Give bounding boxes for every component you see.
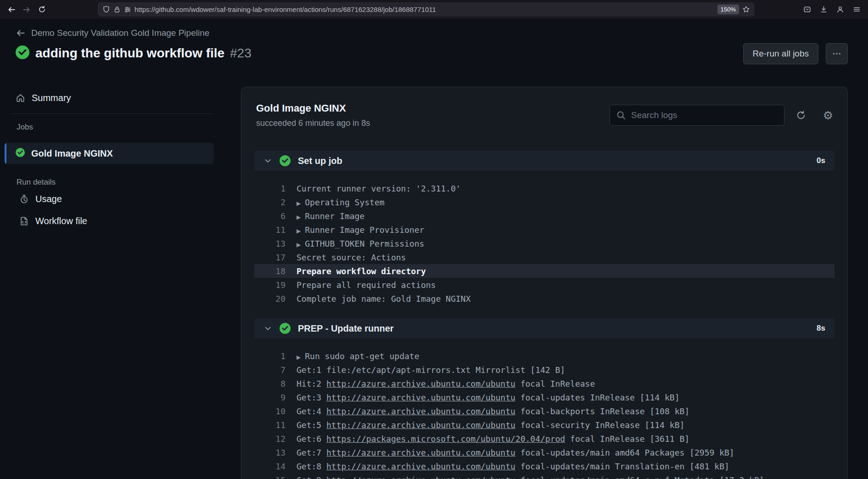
- log-url-link[interactable]: https://packages.microsoft.com/ubuntu/20…: [326, 434, 565, 444]
- lock-icon[interactable]: [113, 6, 121, 13]
- log-line-number[interactable]: 14: [254, 462, 286, 471]
- log-line-row: 18Prepare workflow directory: [254, 264, 834, 278]
- log-line-number[interactable]: 1: [254, 351, 286, 361]
- log-line-number[interactable]: 11: [254, 225, 286, 235]
- chevron-down-icon[interactable]: [263, 324, 272, 333]
- log-line-number[interactable]: 6: [254, 211, 286, 221]
- log-line-row: 11Get:5 http://azure.archive.ubuntu.com/…: [254, 418, 834, 432]
- log-line-number[interactable]: 19: [254, 280, 286, 290]
- reload-icon: [38, 6, 46, 13]
- sidebar-item-usage[interactable]: Usage: [19, 189, 62, 209]
- log-line-text: ▶GITHUB_TOKEN Permissions: [297, 239, 424, 248]
- log-line-number[interactable]: 1: [254, 184, 286, 193]
- sidebar-item-summary[interactable]: Summary: [16, 88, 71, 108]
- browser-reload-button[interactable]: [35, 3, 49, 17]
- log-text-segment: focal-security InRelease [114 kB]: [515, 420, 684, 430]
- permissions-sliders-icon[interactable]: [124, 6, 131, 13]
- log-line-number[interactable]: 2: [254, 197, 286, 207]
- expand-triangle-icon[interactable]: ▶: [297, 242, 301, 248]
- chevron-down-icon[interactable]: [263, 157, 272, 165]
- browser-back-button[interactable]: [5, 3, 18, 17]
- log-group-header[interactable]: PREP - Update runner8s: [254, 318, 834, 338]
- back-arrow-icon[interactable]: [16, 28, 26, 38]
- log-line-number[interactable]: 9: [254, 393, 286, 402]
- log-line-number[interactable]: 11: [254, 420, 286, 430]
- url-text[interactable]: https://github.com/wdower/saf-training-l…: [134, 6, 714, 13]
- pocket-icon: [803, 6, 811, 13]
- sidebar-summary-label: Summary: [32, 93, 71, 103]
- log-group-title: PREP - Update runner: [298, 323, 394, 334]
- log-text-segment: focal-updates/main amd64 Packages [2959 …: [515, 448, 734, 457]
- more-options-button[interactable]: [826, 43, 848, 64]
- log-text-segment: focal-updates InRelease [114 kB]: [515, 393, 680, 402]
- tracking-protection-shield-icon[interactable]: [102, 6, 110, 13]
- downloads-button[interactable]: [817, 3, 830, 17]
- rerun-all-jobs-button[interactable]: Re-run all jobs: [743, 43, 819, 64]
- expand-triangle-icon[interactable]: ▶: [297, 354, 301, 361]
- log-line-text: Get:9 http://azure.archive.ubuntu.com/ub…: [297, 475, 764, 479]
- log-url-link[interactable]: http://azure.archive.ubuntu.com/ubuntu: [326, 462, 515, 471]
- expand-triangle-icon[interactable]: ▶: [297, 214, 301, 220]
- log-line-row: 13▶GITHUB_TOKEN Permissions: [254, 237, 834, 250]
- log-line-number[interactable]: 7: [254, 365, 286, 375]
- download-icon: [820, 6, 828, 13]
- log-line-row: 9Get:3 http://azure.archive.ubuntu.com/u…: [254, 390, 834, 404]
- stopwatch-icon: [19, 194, 29, 204]
- log-line-number[interactable]: 20: [254, 294, 286, 304]
- log-line-text: ▶Run sudo apt-get update: [297, 351, 419, 361]
- log-group-duration: 8s: [817, 324, 825, 333]
- browser-forward-button[interactable]: [20, 3, 34, 17]
- log-line-row: 12Get:6 https://packages.microsoft.com/u…: [254, 432, 834, 445]
- log-text-segment: Get:7: [297, 448, 326, 457]
- log-line-text: Complete job name: Gold Image NGINX: [297, 294, 470, 304]
- github-actions-run-page: Demo Security Validation Gold Image Pipe…: [0, 19, 868, 479]
- log-line-number[interactable]: 12: [254, 434, 286, 444]
- log-group-duration: 0s: [817, 156, 825, 165]
- workflow-name-link[interactable]: Demo Security Validation Gold Image Pipe…: [31, 28, 209, 38]
- sidebar-item-workflow-file[interactable]: Workflow file: [19, 211, 87, 231]
- log-url-link[interactable]: http://azure.archive.ubuntu.com/ubuntu: [326, 406, 515, 416]
- log-panel-header: Gold Image NGINX succeeded 6 minutes ago…: [241, 87, 847, 138]
- log-text-segment: Get:6: [297, 434, 326, 444]
- log-url-link[interactable]: http://azure.archive.ubuntu.com/ubuntu: [326, 379, 515, 389]
- zoom-level-badge[interactable]: 150%: [717, 5, 739, 14]
- bookmark-star-icon[interactable]: [742, 6, 750, 13]
- sidebar-item-job-gold-image-nginx[interactable]: Gold Image NGINX: [5, 143, 214, 164]
- log-url-link[interactable]: http://azure.archive.ubuntu.com/ubuntu: [326, 448, 515, 457]
- log-line-number[interactable]: 10: [254, 406, 286, 416]
- log-url-link[interactable]: http://azure.archive.ubuntu.com/ubuntu: [326, 393, 515, 402]
- log-url-link[interactable]: http://azure.archive.ubuntu.com/ubuntu: [326, 475, 515, 479]
- log-text-segment: Get:1 file:/etc/apt/apt-mirrors.txt Mirr…: [297, 365, 565, 375]
- expand-triangle-icon[interactable]: ▶: [297, 228, 301, 234]
- log-line-row: 1▶Run sudo apt-get update: [254, 349, 834, 363]
- refresh-logs-button[interactable]: [790, 105, 812, 126]
- log-settings-button[interactable]: ⚙: [818, 105, 839, 126]
- log-text-segment: focal InRelease [3611 B]: [565, 434, 689, 444]
- log-url-link[interactable]: http://azure.archive.ubuntu.com/ubuntu: [326, 420, 515, 430]
- log-line-number[interactable]: 18: [254, 266, 286, 276]
- forward-arrow-icon: [22, 6, 31, 14]
- log-groups-container: Set up job0s1Current runner version: '2.…: [241, 151, 847, 479]
- log-line-text: ▶Runner Image Provisioner: [297, 225, 424, 235]
- search-logs-input[interactable]: [610, 105, 784, 126]
- log-text-segment: Hit:2: [297, 379, 326, 389]
- log-group-header[interactable]: Set up job0s: [254, 151, 834, 171]
- log-line-row: 7Get:1 file:/etc/apt/apt-mirrors.txt Mir…: [254, 363, 834, 377]
- log-line-text: Get:8 http://azure.archive.ubuntu.com/ub…: [297, 462, 729, 471]
- search-logs-field: [610, 105, 784, 126]
- expand-triangle-icon[interactable]: ▶: [297, 200, 301, 207]
- log-line-number[interactable]: 13: [254, 448, 286, 457]
- menu-button[interactable]: [850, 3, 863, 17]
- log-line-text: Get:1 file:/etc/apt/apt-mirrors.txt Mirr…: [297, 365, 565, 375]
- account-button[interactable]: [833, 3, 847, 17]
- log-line-number[interactable]: 13: [254, 239, 286, 248]
- breadcrumb[interactable]: Demo Security Validation Gold Image Pipe…: [16, 28, 209, 38]
- log-line-number[interactable]: 8: [254, 379, 286, 389]
- log-line-number[interactable]: 15: [254, 475, 286, 479]
- pocket-save-button[interactable]: [800, 3, 814, 17]
- browser-url-bar[interactable]: https://github.com/wdower/saf-training-l…: [98, 2, 755, 17]
- log-line-number[interactable]: 17: [254, 253, 286, 262]
- account-person-icon: [836, 6, 844, 13]
- log-line-text: ▶Runner Image: [297, 211, 364, 221]
- sync-icon: [796, 110, 806, 120]
